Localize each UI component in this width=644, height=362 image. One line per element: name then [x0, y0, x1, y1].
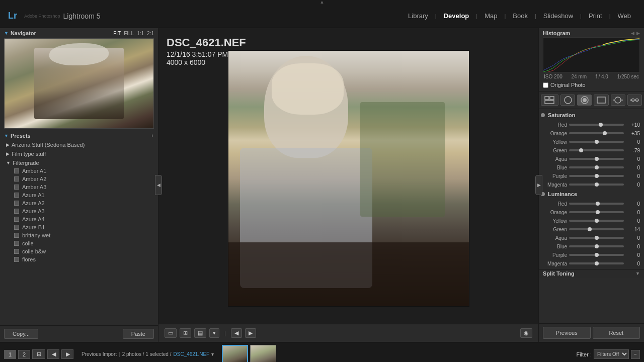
- sat-aqua-slider[interactable]: [569, 158, 624, 160]
- saturation-header[interactable]: Saturation: [539, 111, 644, 119]
- prev-arrow-button[interactable]: ◀: [47, 349, 59, 359]
- selected-filename[interactable]: DSC_4621.NEF: [173, 351, 209, 357]
- view-options-button[interactable]: ▾: [209, 328, 219, 338]
- lum-orange-slider[interactable]: [569, 211, 624, 213]
- right-panel-collapse-arrow[interactable]: ▶: [535, 175, 542, 195]
- list-item[interactable]: Amber A1: [4, 167, 154, 175]
- circle-tool[interactable]: [560, 95, 575, 106]
- filename-dropdown-icon[interactable]: ▾: [211, 351, 214, 357]
- list-item[interactable]: Amber A3: [4, 183, 154, 191]
- svg-point-7: [615, 97, 621, 103]
- presets-title: ▼ Presets: [4, 133, 31, 139]
- sat-purple-value: 0: [626, 173, 640, 179]
- previous-button[interactable]: Previous: [543, 327, 591, 339]
- lum-magenta-slider[interactable]: [569, 262, 624, 264]
- sat-yellow-slider[interactable]: [569, 141, 624, 143]
- sat-purple-slider[interactable]: [569, 175, 624, 177]
- saturation-sliders: Red+10 Orange+35 Yellow0 Green-79 Aqua0 …: [539, 119, 644, 190]
- list-item[interactable]: Azure A4: [4, 215, 154, 223]
- next-photo-button[interactable]: ▶: [245, 328, 256, 338]
- basic-tool[interactable]: [541, 95, 558, 106]
- lum-orange-label: Orange: [543, 210, 567, 215]
- sat-magenta-label: Magenta: [543, 182, 567, 188]
- list-item[interactable]: flores: [4, 255, 154, 263]
- list-item[interactable]: Azure A2: [4, 199, 154, 207]
- nav-web[interactable]: Web: [613, 10, 636, 22]
- radial-tool[interactable]: [577, 95, 592, 106]
- sat-magenta-slider[interactable]: [569, 184, 624, 186]
- lum-blue-value: 0: [626, 244, 640, 249]
- list-item[interactable]: Azure A3: [4, 207, 154, 215]
- lum-yellow-label: Yellow: [543, 218, 567, 224]
- original-photo-row: Original Photo: [543, 81, 640, 89]
- saturation-toggle-dot[interactable]: [541, 113, 545, 117]
- oval-tool[interactable]: [611, 95, 625, 106]
- lum-yellow-slider[interactable]: [569, 220, 624, 222]
- nav-print[interactable]: Print: [584, 10, 607, 22]
- navigator-thumbnail[interactable]: [4, 38, 154, 129]
- list-item[interactable]: Amber A2: [4, 175, 154, 183]
- next-arrow-button[interactable]: ▶: [61, 349, 73, 359]
- preset-icon: [14, 225, 19, 230]
- view-single-button[interactable]: ▭: [165, 328, 177, 338]
- nav-book[interactable]: Book: [508, 10, 533, 22]
- list-item[interactable]: brittany wet: [4, 231, 154, 239]
- prev-photo-button[interactable]: ◀: [231, 328, 242, 338]
- list-item[interactable]: colie b&w: [4, 247, 154, 255]
- preset-group-film-header[interactable]: ▶ Film type stuff: [4, 150, 154, 158]
- reset-button[interactable]: Reset: [593, 327, 640, 339]
- film-thumb[interactable]: [222, 345, 248, 363]
- nav-library[interactable]: Library: [403, 10, 433, 22]
- split-toning-section[interactable]: Split Toning ▼: [539, 269, 644, 278]
- original-photo-label: Original Photo: [550, 82, 586, 88]
- filter-dropdown[interactable]: Filters Off: [594, 349, 629, 359]
- 1-1-ctrl[interactable]: 1:1: [137, 31, 144, 36]
- page-1-button[interactable]: 1: [4, 350, 16, 359]
- 2-1-ctrl[interactable]: 2:1: [147, 31, 154, 36]
- nav-map[interactable]: Map: [479, 10, 502, 22]
- histogram-right-btn[interactable]: ▶: [636, 31, 640, 36]
- histogram-left-btn[interactable]: ◀: [631, 31, 634, 36]
- sat-red-slider[interactable]: [569, 124, 624, 126]
- hsl-section: Saturation Red+10 Orange+35 Yellow0 Gree…: [539, 109, 644, 323]
- page-2-button[interactable]: 2: [18, 350, 30, 359]
- lum-green-slider[interactable]: [569, 228, 624, 230]
- add-preset-button[interactable]: +: [151, 133, 154, 139]
- grid-view-button[interactable]: ⊞: [32, 349, 45, 359]
- fill-ctrl[interactable]: FILL: [124, 31, 134, 36]
- original-photo-checkbox[interactable]: [543, 82, 548, 88]
- list-item[interactable]: colie: [4, 239, 154, 247]
- view-compare-button[interactable]: ⊞: [180, 328, 191, 338]
- filter-minus-button[interactable]: −: [631, 350, 640, 359]
- lum-aqua-label: Aqua: [543, 235, 567, 241]
- fit-ctrl[interactable]: FIT: [113, 31, 121, 36]
- film-thumb[interactable]: [250, 345, 276, 363]
- copy-button[interactable]: Copy...: [4, 329, 38, 339]
- sat-green-slider[interactable]: [569, 149, 624, 151]
- sat-blue-slider[interactable]: [569, 166, 624, 168]
- nav-slideshow[interactable]: Slideshow: [538, 10, 578, 22]
- lum-aqua-slider[interactable]: [569, 237, 624, 239]
- sat-orange-value: +35: [626, 131, 640, 136]
- list-item[interactable]: Azure A1: [4, 191, 154, 199]
- square-tool[interactable]: [594, 95, 608, 106]
- paste-button[interactable]: Paste: [123, 329, 154, 339]
- nav-develop[interactable]: Develop: [439, 10, 474, 22]
- lum-red-slider[interactable]: [569, 203, 624, 205]
- left-panel-collapse-arrow[interactable]: ◀: [155, 175, 162, 195]
- preset-group-filtergrade-header[interactable]: ▼ Filtergrade: [4, 159, 154, 167]
- lum-purple-slider[interactable]: [569, 254, 624, 256]
- action-buttons: Previous Reset: [539, 323, 644, 342]
- sat-magenta-value: 0: [626, 182, 640, 188]
- line-tool[interactable]: [627, 95, 642, 106]
- top-collapse-arrow[interactable]: ▲: [0, 0, 644, 4]
- sat-orange-slider[interactable]: [569, 132, 624, 134]
- luminance-header[interactable]: Luminance: [539, 190, 644, 198]
- preset-group-arizona-header[interactable]: ▶ Arizona Stuff (Sedona Based): [4, 141, 154, 149]
- list-item[interactable]: Azure B1: [4, 223, 154, 231]
- sat-purple-label: Purple: [543, 173, 567, 179]
- metadata-button[interactable]: ◉: [520, 328, 532, 338]
- view-survey-button[interactable]: ▤: [194, 328, 206, 338]
- photo-filename: DSC_4621.NEF: [167, 36, 246, 49]
- lum-blue-slider[interactable]: [569, 245, 624, 247]
